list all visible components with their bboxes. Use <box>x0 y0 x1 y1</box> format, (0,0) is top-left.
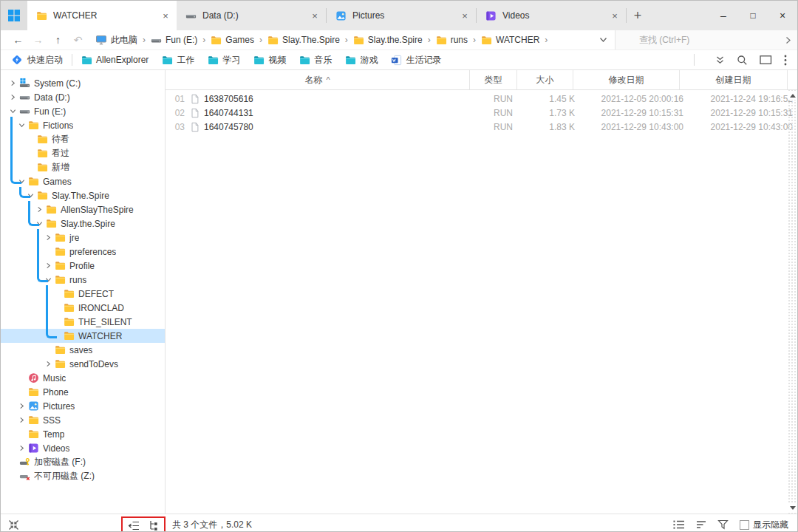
tree-item-fictions[interactable]: Fictions <box>1 118 165 132</box>
chevron-down-icon[interactable] <box>7 108 19 115</box>
chevron-down-icon[interactable] <box>16 178 28 185</box>
kebab-menu-icon[interactable] <box>784 55 787 66</box>
vertical-scrollbar[interactable] <box>788 89 797 514</box>
double-chevron-down-icon[interactable] <box>715 55 725 65</box>
breadcrumb-separator[interactable]: › <box>428 35 431 45</box>
bookmark-allenexplorer[interactable]: AllenExplorer <box>81 55 149 66</box>
search-icon[interactable] <box>737 55 748 66</box>
breadcrumb-separator[interactable]: › <box>345 35 348 45</box>
new-tab-button[interactable]: + <box>627 1 649 30</box>
chevron-right-icon[interactable] <box>42 234 55 241</box>
show-hidden-checkbox[interactable] <box>740 520 749 530</box>
tree-item-sss[interactable]: SSS <box>1 413 165 427</box>
tab-videos[interactable]: Videos× <box>477 1 626 30</box>
filter-icon[interactable] <box>717 519 729 530</box>
column-header-创建日期[interactable]: 创建日期 <box>680 70 788 89</box>
maximize-button[interactable]: □ <box>738 1 768 30</box>
chevron-right-icon[interactable] <box>33 206 46 213</box>
tab-data-d[interactable]: Data (D:)× <box>177 1 326 30</box>
column-header-修改日期[interactable]: 修改日期 <box>573 70 680 89</box>
breadcrumb-item-fun-e[interactable]: Fun (E:) <box>149 34 199 47</box>
file-row-1640745780[interactable]: 031640745780RUN1.83 K2021-12-29 10:43:00… <box>166 120 797 134</box>
chevron-down-icon[interactable] <box>42 276 55 283</box>
file-row-1638705616[interactable]: 011638705616RUN1.45 K2021-12-05 20:00:16… <box>166 92 797 106</box>
chevron-down-icon[interactable] <box>16 122 28 129</box>
breadcrumb-separator[interactable]: › <box>202 35 205 45</box>
breadcrumb-separator[interactable]: › <box>259 35 262 45</box>
breadcrumb-separator[interactable]: › <box>143 35 146 45</box>
collapse-all-icon[interactable] <box>8 519 19 531</box>
tree-item-不可用磁盘-z[interactable]: 不可用磁盘 (Z:) <box>1 469 165 483</box>
tab-close-button[interactable]: × <box>159 10 172 21</box>
tree-item-music[interactable]: Music <box>1 371 165 385</box>
tree-item-pictures[interactable]: Pictures <box>1 399 165 413</box>
collapse-tree-icon[interactable] <box>128 521 140 531</box>
breadcrumb-item-games[interactable]: Games <box>209 34 256 47</box>
close-button[interactable]: × <box>768 1 797 30</box>
quick-launch-button[interactable]: 快速启动 <box>1 54 63 66</box>
sort-icon[interactable] <box>696 520 706 529</box>
tree-item-temp[interactable]: Temp <box>1 427 165 441</box>
back-button[interactable]: ← <box>8 34 28 46</box>
tab-close-button[interactable]: × <box>308 10 321 21</box>
tree-item-jre[interactable]: jre <box>1 231 165 245</box>
tree-item-saves[interactable]: saves <box>1 343 165 357</box>
chevron-right-icon[interactable] <box>42 262 55 269</box>
tree-item-videos[interactable]: Videos <box>1 441 165 455</box>
chevron-down-icon[interactable] <box>24 192 37 199</box>
breadcrumb-separator[interactable]: › <box>473 35 476 45</box>
app-menu-button[interactable] <box>1 1 27 30</box>
chevron-right-icon[interactable] <box>42 361 55 367</box>
tree-item-slay-the-spire[interactable]: Slay.the.Spire <box>1 216 165 231</box>
chevron-down-icon[interactable] <box>33 220 46 227</box>
tree-item-phone[interactable]: Phone <box>1 385 165 399</box>
search-expand-icon[interactable] <box>785 36 791 44</box>
chevron-right-icon[interactable] <box>16 445 28 451</box>
tree-item-defect[interactable]: DEFECT <box>1 287 165 301</box>
tab-close-button[interactable]: × <box>458 10 471 21</box>
breadcrumb-dropdown-button[interactable] <box>592 35 615 45</box>
undo-button[interactable]: ↶ <box>68 34 88 46</box>
scroll-up-button[interactable] <box>788 91 797 100</box>
bookmark-视频[interactable]: 视频 <box>253 54 286 66</box>
bookmark-工作[interactable]: 工作 <box>162 54 194 66</box>
breadcrumb-item-watcher[interactable]: WATCHER <box>480 34 541 47</box>
search-input[interactable] <box>638 34 785 46</box>
breadcrumb-separator[interactable]: › <box>545 35 548 45</box>
tree-item-runs[interactable]: runs <box>1 273 165 287</box>
bookmark-生活记录[interactable]: 生活记录 <box>391 54 441 66</box>
list-view-icon[interactable] <box>673 520 685 529</box>
tree-view-icon[interactable] <box>149 520 159 531</box>
breadcrumb-item-slay-the-spire[interactable]: Slay.the.Spire <box>352 34 424 47</box>
tree-item-watcher[interactable]: WATCHER <box>1 329 165 343</box>
column-header-类型[interactable]: 类型 <box>470 70 517 89</box>
tree-item-preferences[interactable]: preferences <box>1 245 165 259</box>
layout-rectangle-icon[interactable] <box>760 55 772 65</box>
tree-item-data-d[interactable]: Data (D:) <box>1 90 165 104</box>
tree-item-ironclad[interactable]: IRONCLAD <box>1 301 165 315</box>
chevron-right-icon[interactable] <box>16 417 28 423</box>
tree-item-the-silent[interactable]: THE_SILENT <box>1 315 165 329</box>
up-button[interactable]: ↑ <box>48 34 68 46</box>
breadcrumb-item-此电脑[interactable]: 此电脑 <box>94 33 139 47</box>
tree-item-system-c[interactable]: System (C:) <box>1 76 165 90</box>
show-hidden-toggle[interactable]: 显示隐藏 <box>740 519 788 531</box>
file-row-1640744131[interactable]: 021640744131RUN1.73 K2021-12-29 10:15:31… <box>166 106 797 120</box>
tab-watcher[interactable]: WATCHER× <box>27 1 177 30</box>
tree-item-profile[interactable]: Profile <box>1 259 165 273</box>
tab-close-button[interactable]: × <box>608 10 621 21</box>
chevron-right-icon[interactable] <box>7 94 19 100</box>
breadcrumb-item-slay-the-spire[interactable]: Slay.The.Spire <box>266 34 341 47</box>
tree-item-games[interactable]: Games <box>1 174 165 188</box>
tree-item-allenslaythespire[interactable]: AllenSlayTheSpire <box>1 202 165 216</box>
tree-item-新增[interactable]: 新增 <box>1 160 165 174</box>
bookmark-音乐[interactable]: 音乐 <box>299 54 332 66</box>
column-header-名称[interactable]: 名称^ <box>166 70 470 89</box>
tree-item-加密磁盘-f[interactable]: 加密磁盘 (F:) <box>1 455 165 469</box>
chevron-right-icon[interactable] <box>7 80 19 86</box>
column-header-大小[interactable]: 大小 <box>517 70 573 89</box>
minimize-button[interactable]: – <box>709 1 738 30</box>
breadcrumb-item-runs[interactable]: runs <box>434 34 469 47</box>
tab-pictures[interactable]: Pictures× <box>327 1 476 30</box>
tree-item-fun-e[interactable]: Fun (E:) <box>1 104 165 118</box>
